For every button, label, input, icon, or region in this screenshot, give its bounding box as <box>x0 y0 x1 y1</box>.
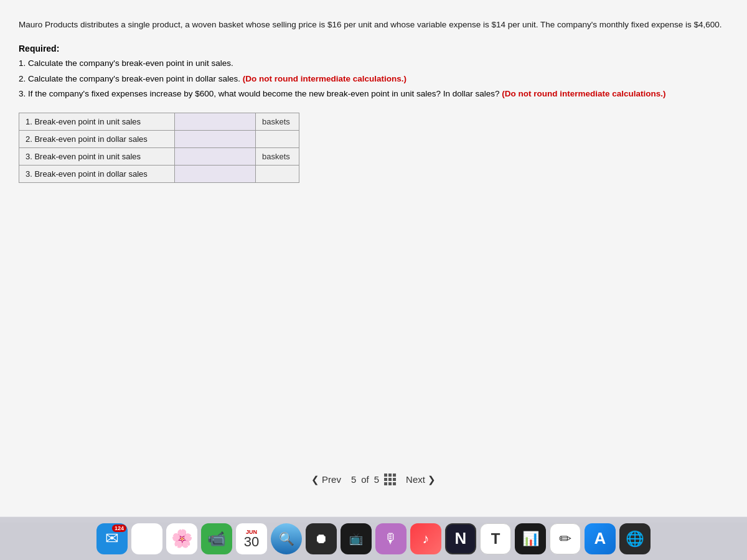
bottom-navigation: ❮ Prev 5 of 5 Next ❯ <box>311 474 436 485</box>
dock-item-siri[interactable]: N <box>445 523 476 554</box>
required-list: 1. Calculate the company's break-even po… <box>19 57 728 100</box>
required-label: Required: <box>19 44 728 54</box>
row-1-input-cell[interactable] <box>175 113 256 131</box>
row-4-label: 3. Break-even point in dollar sales <box>19 166 175 183</box>
row-1-unit: baskets <box>256 113 299 131</box>
table-row: 2. Break-even point in dollar sales <box>19 131 299 148</box>
answer-table: 1. Break-even point in unit sales basket… <box>19 113 299 183</box>
stocks-icon: 📊 <box>522 531 539 547</box>
photos-icon: 🌸 <box>171 528 193 549</box>
dock-item-stocks[interactable]: 📊 <box>515 523 546 554</box>
row-2-input[interactable] <box>181 134 249 144</box>
item2-bold: (Do not round intermediate calculations.… <box>243 74 406 83</box>
dock-item-calendar[interactable]: JUN 30 <box>236 523 267 554</box>
prev-label: Prev <box>322 474 341 485</box>
dock-item-settings[interactable]: 🌐 <box>619 523 651 554</box>
of-label: of <box>361 474 369 485</box>
maps-icon: 🗺 <box>138 528 156 549</box>
row-3-unit: baskets <box>256 148 299 166</box>
item2-prefix: 2. Calculate the company's break-even po… <box>19 74 243 83</box>
total-pages: 5 <box>374 474 379 485</box>
settings-icon: 🌐 <box>626 530 644 548</box>
dock-item-podcast[interactable]: ⏺ <box>306 523 337 554</box>
siri-icon: N <box>455 529 467 548</box>
mail-badge: 124 <box>112 525 126 532</box>
next-chevron-icon: ❯ <box>428 474 436 485</box>
required-item-1: 1. Calculate the company's break-even po… <box>19 57 728 70</box>
dock-item-mail[interactable]: ✉ 124 <box>96 523 128 554</box>
notes-icon: T <box>491 530 500 548</box>
table-row: 1. Break-even point in unit sales basket… <box>19 113 299 131</box>
problem-intro: Mauro Products distributes a single prod… <box>19 19 728 31</box>
dock-item-notes[interactable]: T <box>480 523 511 554</box>
row-4-input-cell[interactable] <box>175 166 256 183</box>
dock-item-photos[interactable]: 🌸 <box>166 523 197 554</box>
row-1-label: 1. Break-even point in unit sales <box>19 113 175 131</box>
intro-text: Mauro Products distributes a single prod… <box>19 19 728 31</box>
dock-item-maps[interactable]: 🗺 <box>131 523 162 554</box>
table-row: 3. Break-even point in unit sales basket… <box>19 148 299 166</box>
pencil-icon: ✏ <box>559 530 571 548</box>
dock-item-podcast2[interactable]: 🎙 <box>375 523 406 554</box>
row-3-input-cell[interactable] <box>175 148 256 166</box>
dock-item-finder[interactable]: 🔍 <box>271 523 302 554</box>
required-item-3: 3. If the company's fixed expenses incre… <box>19 88 728 100</box>
row-4-unit <box>256 166 299 183</box>
row-4-input[interactable] <box>181 169 249 179</box>
prev-chevron-icon: ❮ <box>311 474 319 485</box>
finder-icon: 🔍 <box>279 531 294 546</box>
table-row: 3. Break-even point in dollar sales <box>19 166 299 183</box>
tv-icon: 📺 <box>349 532 363 546</box>
required-section: Required: 1. Calculate the company's bre… <box>19 44 728 100</box>
facetime-icon: 📹 <box>207 530 226 548</box>
appstore-icon: A <box>594 529 606 548</box>
dock-item-pencil[interactable]: ✏ <box>550 523 581 554</box>
item3-prefix: 3. If the company's fixed expenses incre… <box>19 89 502 98</box>
dock-item-facetime[interactable]: 📹 <box>201 523 232 554</box>
row-1-input[interactable] <box>181 117 249 126</box>
row-3-input[interactable] <box>181 152 249 161</box>
prev-button[interactable]: ❮ Prev <box>311 474 341 485</box>
calendar-day: 30 <box>244 535 259 549</box>
main-content: Mauro Products distributes a single prod… <box>0 0 747 523</box>
item3-bold: (Do not round intermediate calculations.… <box>502 89 665 98</box>
dock: ✉ 124 🗺 🌸 📹 JUN 30 🔍 ⏺ 📺 🎙 ♪ N T <box>0 516 747 560</box>
music-icon: ♪ <box>423 531 430 547</box>
row-2-label: 2. Break-even point in dollar sales <box>19 131 175 148</box>
dock-item-music[interactable]: ♪ <box>410 523 441 554</box>
mail-icon: ✉ <box>105 529 119 548</box>
next-label: Next <box>406 474 425 485</box>
row-2-unit <box>256 131 299 148</box>
row-3-label: 3. Break-even point in unit sales <box>19 148 175 166</box>
current-page: 5 <box>351 474 356 485</box>
podcast-icon: ⏺ <box>314 531 328 547</box>
row-2-input-cell[interactable] <box>175 131 256 148</box>
next-button[interactable]: Next ❯ <box>406 474 436 485</box>
dock-item-appstore[interactable]: A <box>585 523 616 554</box>
page-info: 5 of 5 <box>351 474 396 485</box>
podcast2-icon: 🎙 <box>384 531 398 547</box>
grid-view-icon[interactable] <box>384 474 396 485</box>
dock-item-appletv[interactable]: 📺 <box>341 523 372 554</box>
required-item-2: 2. Calculate the company's break-even po… <box>19 73 728 85</box>
